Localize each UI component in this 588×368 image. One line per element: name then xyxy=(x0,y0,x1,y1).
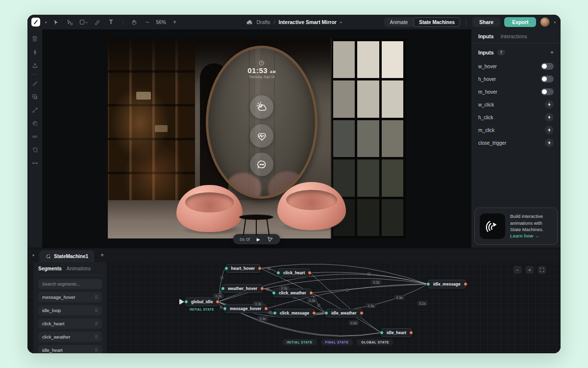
state-input-dot[interactable] xyxy=(223,307,227,311)
add-input-button[interactable]: + xyxy=(550,49,554,56)
state-input-dot[interactable] xyxy=(224,266,228,270)
input-boolean-toggle[interactable] xyxy=(541,76,554,82)
logo-menu-chevron-icon[interactable]: ▾ xyxy=(45,21,47,24)
state-output-dot[interactable] xyxy=(260,287,264,290)
weather-button[interactable] xyxy=(250,95,273,119)
drag-handle-icon[interactable]: ⠿ xyxy=(95,335,98,340)
avatar[interactable] xyxy=(540,17,550,27)
state-output-dot[interactable] xyxy=(258,266,262,270)
mesh-icon[interactable] xyxy=(30,119,39,128)
file-menu-chevron-icon[interactable]: ▾ xyxy=(340,21,342,24)
state-node[interactable]: idle_message xyxy=(428,280,466,289)
text-tool-icon[interactable]: T xyxy=(107,18,116,26)
state-node[interactable]: weather_hover xyxy=(222,284,263,293)
state-output-dot[interactable] xyxy=(264,307,268,311)
breadcrumb-title[interactable]: Interactive Smart Mirror xyxy=(278,19,336,25)
state-output-dot[interactable] xyxy=(216,300,220,304)
state-input-dot[interactable] xyxy=(273,311,277,315)
node-select-tool-icon[interactable] xyxy=(66,18,74,26)
state-machine-tab[interactable]: StateMachine1 xyxy=(39,250,95,262)
shape-tool-icon[interactable] xyxy=(79,18,88,26)
graph-zoom-out-button[interactable]: − xyxy=(514,266,521,274)
state-output-dot[interactable] xyxy=(309,291,313,295)
message-button[interactable] xyxy=(250,153,273,176)
drag-handle-icon[interactable]: ⠿ xyxy=(95,348,98,353)
drag-handle-icon[interactable]: ⠿ xyxy=(95,295,98,300)
segment-item[interactable]: idle_loop⠿ xyxy=(38,305,102,315)
segment-item[interactable]: click_heart⠿ xyxy=(38,318,102,329)
constraints-icon[interactable] xyxy=(30,48,39,56)
state-input-dot[interactable] xyxy=(426,282,430,286)
search-segments-input[interactable] xyxy=(38,279,102,289)
segment-item[interactable]: message_hover⠿ xyxy=(38,292,102,302)
pen-tool-icon[interactable] xyxy=(93,18,102,26)
state-node[interactable]: idle_heart xyxy=(381,328,412,337)
state-machine-graph[interactable]: global_idleINITIAL STATEheart_hoverclick… xyxy=(27,262,561,353)
draw-order-icon[interactable] xyxy=(30,145,39,154)
state-output-dot[interactable] xyxy=(312,311,316,315)
path-wave-icon[interactable] xyxy=(30,132,39,141)
state-node[interactable]: heart_hover xyxy=(226,264,261,273)
transform-flip-icon[interactable] xyxy=(30,158,39,167)
zoom-in-button[interactable]: + xyxy=(171,19,179,26)
account-chevron-icon[interactable]: ▾ xyxy=(554,21,556,24)
input-trigger-button[interactable] xyxy=(545,113,554,122)
tab-animations[interactable]: Animations xyxy=(67,266,91,271)
state-output-dot[interactable] xyxy=(360,311,364,315)
bone-icon[interactable] xyxy=(30,105,39,114)
export-button[interactable]: Export xyxy=(504,17,536,27)
graph-zoom-in-button[interactable]: + xyxy=(526,266,534,274)
tab-interactions[interactable]: Interactions xyxy=(501,33,527,39)
window-pane xyxy=(357,159,379,196)
breadcrumb-folder[interactable]: Drafts xyxy=(257,19,270,25)
state-node[interactable]: click_heart xyxy=(278,268,310,277)
segment-item[interactable]: click_weather⠿ xyxy=(38,332,102,342)
graph-fit-button[interactable] xyxy=(538,266,546,274)
state-input-dot[interactable] xyxy=(324,311,328,315)
play-button[interactable]: ▶ xyxy=(257,237,260,242)
health-button[interactable] xyxy=(250,124,273,148)
state-output-dot[interactable] xyxy=(308,271,312,275)
share-button[interactable]: Share xyxy=(472,17,500,27)
mirror-date: Thursday, Sept 18 xyxy=(247,75,275,79)
drag-handle-icon[interactable]: ⠿ xyxy=(95,308,98,313)
input-boolean-toggle[interactable] xyxy=(541,88,554,95)
segment-item[interactable]: idle_heart⠿ xyxy=(38,345,102,353)
rive-logo[interactable] xyxy=(31,18,40,26)
canvas-area[interactable]: 01:53 AM Thursday, Sept 18 xyxy=(42,29,471,248)
state-input-dot[interactable] xyxy=(221,287,225,290)
input-boolean-toggle[interactable] xyxy=(541,63,554,70)
state-input-dot[interactable] xyxy=(272,291,276,295)
export-share-icon[interactable] xyxy=(30,61,39,70)
zoom-out-button[interactable]: − xyxy=(144,19,151,26)
input-row: close_trigger xyxy=(471,136,561,149)
state-input-dot[interactable] xyxy=(380,331,384,335)
zoom-level[interactable]: 56% xyxy=(156,20,166,25)
state-output-dot[interactable] xyxy=(409,331,413,335)
state-node[interactable]: idle_weather xyxy=(326,309,362,317)
input-trigger-button[interactable] xyxy=(545,126,554,134)
input-trigger-button[interactable] xyxy=(545,100,554,109)
select-tool-icon[interactable] xyxy=(52,18,61,26)
duplicate-icon[interactable] xyxy=(30,92,39,101)
drag-handle-icon[interactable]: ⠿ xyxy=(95,321,98,326)
window-pane xyxy=(382,159,403,196)
state-input-dot[interactable] xyxy=(276,271,280,275)
state-output-dot[interactable] xyxy=(464,282,467,286)
tab-segments[interactable]: Segments xyxy=(38,266,62,271)
state-node[interactable]: click_message xyxy=(274,309,315,317)
collapse-panel-chevron-icon[interactable]: ▾ xyxy=(27,253,39,258)
hierarchy-icon[interactable] xyxy=(30,34,39,43)
transition-duration-label: 0.3s xyxy=(214,294,223,298)
input-trigger-button[interactable] xyxy=(545,138,554,147)
state-input-dot[interactable] xyxy=(184,300,188,304)
mode-animate[interactable]: Animate xyxy=(384,20,414,25)
mode-state-machines[interactable]: State Machines xyxy=(414,17,460,27)
add-state-machine-button[interactable]: + xyxy=(100,252,104,259)
hand-tool-icon[interactable] xyxy=(130,18,139,26)
tab-inputs[interactable]: Inputs xyxy=(478,33,494,39)
state-node[interactable]: global_idle xyxy=(186,297,218,306)
learn-how-link[interactable]: Learn how → xyxy=(510,233,539,238)
line-tool-icon[interactable] xyxy=(30,79,39,88)
state-node-label: heart_hover xyxy=(231,266,255,271)
